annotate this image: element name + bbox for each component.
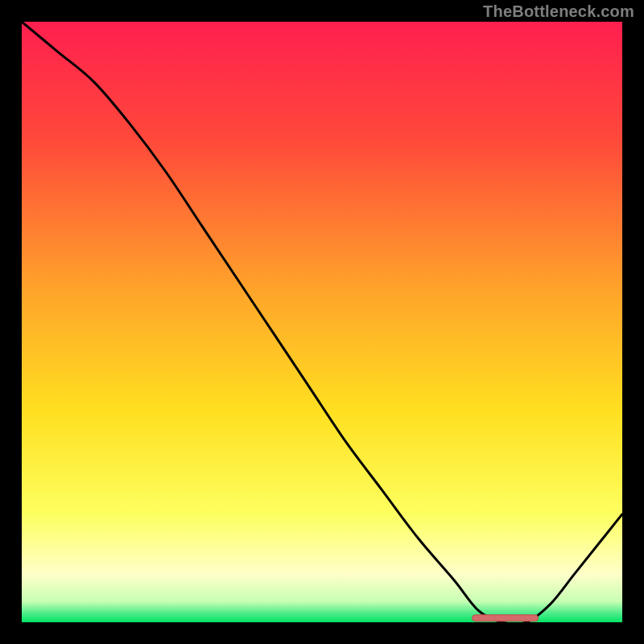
bottleneck-chart bbox=[22, 22, 622, 622]
chart-stage: TheBottleneck.com bbox=[0, 0, 644, 644]
plot-area bbox=[22, 22, 622, 622]
optimal-range-marker bbox=[473, 615, 539, 621]
attribution-text: TheBottleneck.com bbox=[483, 2, 634, 21]
gradient-background bbox=[22, 22, 622, 622]
